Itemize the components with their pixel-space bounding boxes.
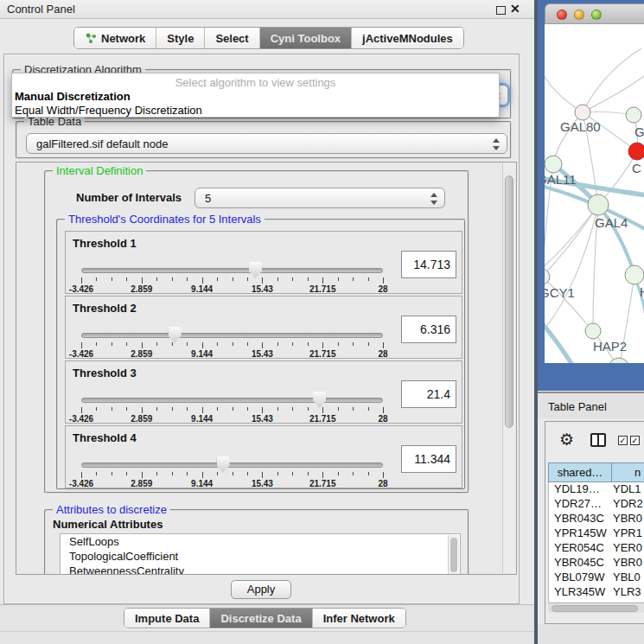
slider-tick <box>142 277 143 284</box>
bottom-tab-bar: Impute DataDiscretize DataInfer Network <box>124 608 406 628</box>
cell-name[interactable]: YPR1 <box>611 526 644 541</box>
slider-thumb[interactable] <box>249 262 262 278</box>
table-row[interactable]: YDL19…YDL1 <box>549 482 644 497</box>
table-row[interactable]: YDR27…YDR2 <box>549 497 644 512</box>
zoom-traffic-light-icon[interactable] <box>591 10 602 20</box>
popup-item-equal-width-frequency-discretization[interactable]: Equal Width/Frequency Discretization <box>15 104 202 117</box>
slider-track[interactable] <box>81 333 383 338</box>
threshold-value-field[interactable]: 14.713 <box>401 251 456 278</box>
tab-cyni-toolbox[interactable]: Cyni Toolbox <box>260 28 352 48</box>
threshold-value-field[interactable]: 21.4 <box>401 380 456 408</box>
network-node-ga[interactable] <box>626 107 641 123</box>
tab-impute-data[interactable]: Impute Data <box>124 609 210 628</box>
slider-tick <box>292 277 293 281</box>
tab-label: Infer Network <box>323 612 395 625</box>
settings-scrollbar[interactable] <box>502 163 515 573</box>
network-node-gal80[interactable] <box>575 105 590 120</box>
network-node-gcy1[interactable] <box>545 269 550 284</box>
tab-select[interactable]: Select <box>205 28 259 48</box>
minimize-traffic-light-icon[interactable] <box>574 10 584 20</box>
cell-shared-name[interactable]: YER054C <box>549 541 611 556</box>
cell-shared-name[interactable]: YIL052C <box>549 600 611 602</box>
slider-tick <box>217 342 218 346</box>
table-row[interactable]: YBR043CYBR0 <box>549 512 644 526</box>
close-traffic-light-icon[interactable] <box>557 10 567 20</box>
table-row[interactable]: YLR345WYLR3 <box>549 585 644 600</box>
slider-track[interactable] <box>81 398 383 403</box>
cell-name[interactable]: YBR0 <box>611 512 644 526</box>
attributes-list-scrollbar[interactable] <box>448 535 459 575</box>
cell-shared-name[interactable]: YBR043C <box>549 512 611 526</box>
float-window-icon[interactable] <box>496 6 506 15</box>
scrollbar-thumb[interactable] <box>450 538 457 572</box>
tab-discretize-data[interactable]: Discretize Data <box>210 609 312 628</box>
numerical-attributes-list[interactable]: SelfLoopsTopologicalCoefficientBetweenne… <box>60 533 461 575</box>
table-data-combobox[interactable]: galFiltered.sif default node <box>26 133 507 154</box>
network-node-h[interactable] <box>625 265 644 284</box>
cell-name[interactable]: YDR2 <box>611 497 644 512</box>
table-row[interactable]: YBR045CYBR0 <box>549 556 644 571</box>
cell-shared-name[interactable]: YLR345W <box>549 585 611 600</box>
network-node-c[interactable] <box>628 143 644 160</box>
network-window-titlebar[interactable] <box>545 3 644 24</box>
scrollbar-thumb[interactable] <box>505 175 513 428</box>
table-row[interactable]: YER054CYER0 <box>549 541 644 556</box>
slider-tick <box>368 472 369 475</box>
slider-tick <box>322 472 323 478</box>
node-label: GCY1 <box>545 285 575 300</box>
threshold-value-field[interactable]: 6.316 <box>401 316 456 343</box>
slider-track[interactable] <box>81 462 383 468</box>
cell-name[interactable]: YBR0 <box>611 556 644 571</box>
slider-tick <box>383 342 384 348</box>
popup-item-manual-discretization[interactable]: Manual Discretization <box>15 90 131 103</box>
slider-thumb[interactable] <box>217 456 230 473</box>
slider-thumb[interactable] <box>169 327 182 343</box>
number-of-intervals-combobox[interactable]: 5 <box>194 188 445 208</box>
cell-name[interactable]: YLR3 <box>611 585 644 600</box>
table-row[interactable]: YIL052CYIL0 <box>549 600 644 602</box>
checkbox-icon[interactable]: ✓ <box>618 436 628 445</box>
table-horizontal-scrollbar[interactable] <box>548 603 644 613</box>
slider-tick <box>142 472 143 478</box>
apply-button[interactable]: Apply <box>231 580 291 599</box>
cell-shared-name[interactable]: YDR27… <box>549 497 611 512</box>
network-node[interactable] <box>609 358 629 363</box>
scrollbar-thumb[interactable] <box>552 605 638 612</box>
tab-network[interactable]: Network <box>74 28 156 48</box>
table-row[interactable]: YBL079WYBL0 <box>549 571 644 585</box>
slider-thumb[interactable] <box>313 392 326 408</box>
slider-tick <box>292 342 293 346</box>
table-row[interactable]: YPR145WYPR1 <box>549 526 644 541</box>
attribute-item[interactable]: TopologicalCoefficient <box>61 549 460 564</box>
tab-style[interactable]: Style <box>156 28 205 48</box>
attribute-item[interactable]: BetweennessCentrality <box>61 564 460 575</box>
slider-tick <box>353 342 354 346</box>
network-node-hap2[interactable] <box>585 323 601 339</box>
slider-track[interactable] <box>81 268 383 273</box>
cell-name[interactable]: YBL0 <box>611 571 644 585</box>
cell-shared-name[interactable]: YBL079W <box>549 571 611 585</box>
split-panel-icon[interactable] <box>590 433 606 447</box>
cell-name[interactable]: YIL0 <box>611 600 644 602</box>
gear-icon[interactable]: ⚙ <box>559 430 574 450</box>
cell-shared-name[interactable]: YDL19… <box>549 482 611 497</box>
close-icon[interactable]: ✕ <box>510 2 520 16</box>
slider-tick-label: 2.859 <box>123 414 161 424</box>
tab-jactivemnodules[interactable]: jActiveMNodules <box>352 28 463 48</box>
network-node-gal4[interactable] <box>588 194 609 215</box>
threshold-value-field[interactable]: 11.344 <box>401 445 456 473</box>
slider-tick <box>308 472 309 475</box>
column-header-shared-name[interactable]: shared… <box>548 462 612 482</box>
slider-tick <box>187 277 188 281</box>
cell-name[interactable]: YDL1 <box>611 482 644 497</box>
table-rows: YDL19…YDL1YDR27…YDR2YBR043CYBR0YPR145WYP… <box>548 482 644 602</box>
checkbox-icon[interactable]: ✓ <box>630 436 640 445</box>
network-canvas[interactable]: GAL80GACGAL11GAL4GCY1HHAP2 <box>545 24 644 363</box>
tab-infer-network[interactable]: Infer Network <box>313 609 405 628</box>
cell-shared-name[interactable]: YBR045C <box>549 556 611 571</box>
cell-name[interactable]: YER0 <box>611 541 644 556</box>
attribute-item[interactable]: SelfLoops <box>61 534 460 549</box>
network-node-gal11[interactable] <box>545 156 562 173</box>
column-header-name[interactable]: n <box>612 462 644 482</box>
cell-shared-name[interactable]: YPR145W <box>549 526 611 541</box>
